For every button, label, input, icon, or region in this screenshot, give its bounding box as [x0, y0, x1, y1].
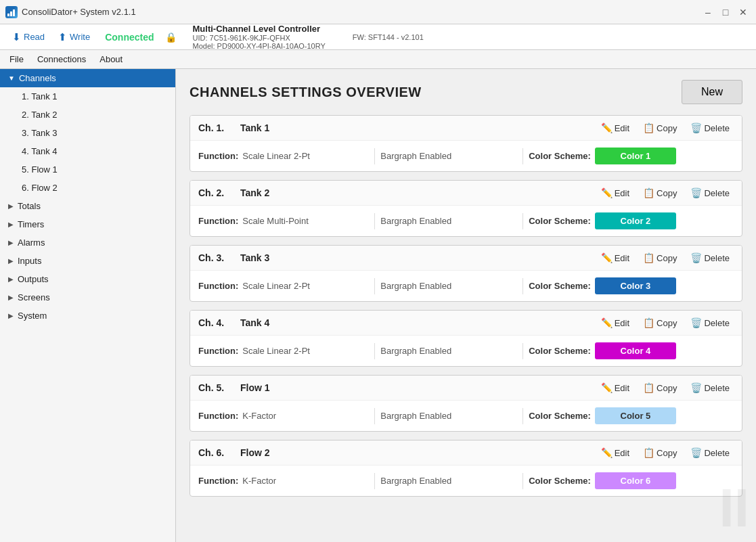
copy-button-4[interactable]: 📋 Copy [639, 316, 681, 330]
svg-rect-2 [13, 9, 15, 16]
sidebar-item-inputs[interactable]: ▶ Inputs [0, 252, 175, 270]
copy-icon: 📋 [643, 252, 654, 263]
lock-icon: 🔒 [165, 32, 177, 43]
device-info: Multi-Channel Level Controller UID: 7C51… [193, 24, 326, 50]
copy-button-6[interactable]: 📋 Copy [639, 446, 681, 459]
delete-button-6[interactable]: 🗑️ Delete [686, 446, 734, 459]
delete-button-4[interactable]: 🗑️ Delete [686, 316, 734, 330]
divider [374, 343, 375, 359]
edit-button-6[interactable]: ✏️ Edit [597, 446, 633, 459]
channel-body-4: Function: Scale Linear 2-Pt Bargraph Ena… [190, 336, 742, 366]
menu-connections[interactable]: Connections [30, 51, 93, 67]
copy-button-5[interactable]: 📋 Copy [639, 381, 681, 394]
function-value: Scale Multi-Point [242, 216, 309, 226]
channel-header-5: Ch. 5. Flow 1 ✏️ Edit 📋 Copy 🗑️ Delete [190, 376, 742, 401]
new-button[interactable]: New [682, 80, 742, 104]
delete-button-1[interactable]: 🗑️ Delete [686, 121, 734, 135]
divider [374, 473, 375, 489]
channels-container: Ch. 1. Tank 1 ✏️ Edit 📋 Copy 🗑️ Delete [190, 115, 742, 497]
trash-icon: 🗑️ [690, 252, 702, 263]
chevron-down-icon: ▼ [8, 74, 15, 82]
edit-button-2[interactable]: ✏️ Edit [597, 186, 633, 200]
color-scheme-label: Color Scheme: [529, 476, 591, 486]
sidebar-system-label: System [18, 311, 47, 321]
write-button[interactable]: ⬆ Write [54, 30, 94, 45]
channel-card-1: Ch. 1. Tank 1 ✏️ Edit 📋 Copy 🗑️ Delete [190, 115, 742, 172]
delete-button-5[interactable]: 🗑️ Delete [686, 381, 734, 394]
channel-number-1: Ch. 1. [198, 122, 232, 133]
read-button[interactable]: ⬇ Read [8, 30, 49, 45]
copy-button-3[interactable]: 📋 Copy [639, 251, 681, 265]
function-value: Scale Linear 2-Pt [242, 151, 310, 161]
sidebar-item-tank2[interactable]: 2. Tank 2 [0, 106, 175, 124]
edit-icon: ✏️ [601, 252, 613, 263]
channel-number-2: Ch. 2. [198, 187, 232, 198]
sidebar-child-label: 1. Tank 1 [22, 91, 58, 101]
sidebar-item-outputs[interactable]: ▶ Outputs [0, 270, 175, 288]
bargraph-field-5: Bargraph Enabled [380, 411, 517, 421]
edit-button-3[interactable]: ✏️ Edit [597, 251, 633, 265]
delete-button-3[interactable]: 🗑️ Delete [686, 251, 734, 265]
delete-label: Delete [704, 123, 730, 133]
bargraph-value: Bargraph Enabled [380, 476, 451, 486]
minimize-button[interactable]: – [701, 5, 715, 20]
function-value: Scale Linear 2-Pt [242, 281, 310, 291]
function-value: K-Factor [242, 411, 276, 421]
delete-button-2[interactable]: 🗑️ Delete [686, 186, 734, 200]
sidebar-child-label: 6. Flow 2 [22, 183, 58, 193]
edit-label: Edit [615, 318, 629, 328]
color-box-4: Color 4 [595, 342, 676, 359]
app-title: ConsoliDator+ System v2.1.1 [22, 7, 701, 17]
sidebar-item-tank1[interactable]: 1. Tank 1 [0, 87, 175, 106]
color-scheme-label: Color Scheme: [529, 411, 591, 421]
sidebar-item-alarms[interactable]: ▶ Alarms [0, 233, 175, 252]
edit-button-1[interactable]: ✏️ Edit [597, 121, 633, 135]
device-title: Multi-Channel Level Controller [193, 24, 326, 34]
color-scheme-field-4: Color Scheme: Color 4 [529, 342, 734, 359]
sidebar-item-totals[interactable]: ▶ Totals [0, 197, 175, 215]
channel-actions-1: ✏️ Edit 📋 Copy 🗑️ Delete [597, 121, 734, 135]
divider [374, 408, 375, 424]
function-value: K-Factor [242, 476, 276, 486]
sidebar-item-system[interactable]: ▶ System [0, 307, 175, 325]
maximize-button[interactable]: □ [718, 5, 733, 20]
edit-button-5[interactable]: ✏️ Edit [597, 381, 633, 394]
bargraph-field-3: Bargraph Enabled [380, 281, 517, 291]
menu-file[interactable]: File [3, 51, 30, 67]
sidebar-item-channels[interactable]: ▼ Channels [0, 69, 175, 87]
copy-button-1[interactable]: 📋 Copy [639, 121, 681, 135]
sidebar-item-timers[interactable]: ▶ Timers [0, 215, 175, 233]
edit-icon: ✏️ [601, 447, 613, 458]
sidebar-screens-label: Screens [18, 292, 50, 302]
edit-icon: ✏️ [601, 382, 613, 393]
color-scheme-label: Color Scheme: [529, 216, 591, 226]
bargraph-field-1: Bargraph Enabled [380, 151, 517, 161]
close-button[interactable]: ✕ [736, 5, 751, 20]
function-label: Function: [198, 216, 238, 226]
function-label: Function: [198, 476, 238, 486]
edit-button-4[interactable]: ✏️ Edit [597, 316, 633, 330]
function-label: Function: [198, 281, 238, 291]
sidebar-item-flow2[interactable]: 6. Flow 2 [0, 179, 175, 197]
copy-button-2[interactable]: 📋 Copy [639, 186, 681, 200]
menu-about[interactable]: About [93, 51, 129, 67]
channel-name-3: Tank 3 [240, 252, 597, 263]
sidebar-item-tank3[interactable]: 3. Tank 3 [0, 124, 175, 142]
divider [522, 408, 523, 424]
color-scheme-field-1: Color Scheme: Color 1 [529, 148, 734, 164]
copy-icon: 📋 [643, 447, 654, 458]
sidebar-child-label: 2. Tank 2 [22, 110, 58, 120]
sidebar-item-flow1[interactable]: 5. Flow 1 [0, 160, 175, 179]
channel-card-3: Ch. 3. Tank 3 ✏️ Edit 📋 Copy 🗑️ Delete [190, 245, 742, 302]
function-field-4: Function: Scale Linear 2-Pt [198, 346, 369, 356]
channel-actions-3: ✏️ Edit 📋 Copy 🗑️ Delete [597, 251, 734, 265]
color-box-3: Color 3 [595, 277, 676, 294]
device-fw: FW: SFT144 - v2.101 [353, 33, 424, 41]
device-uid: UID: 7C51-961K-9KJF-QFHX [193, 34, 326, 42]
sidebar-item-screens[interactable]: ▶ Screens [0, 288, 175, 307]
edit-label: Edit [615, 188, 629, 198]
channel-header-1: Ch. 1. Tank 1 ✏️ Edit 📋 Copy 🗑️ Delete [190, 116, 742, 141]
channel-body-6: Function: K-Factor Bargraph Enabled Colo… [190, 466, 742, 496]
chevron-right-icon: ▶ [8, 257, 14, 265]
sidebar-item-tank4[interactable]: 4. Tank 4 [0, 142, 175, 160]
